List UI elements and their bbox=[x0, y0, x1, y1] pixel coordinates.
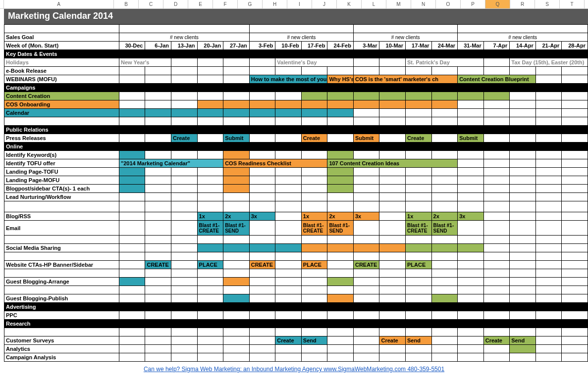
row-guest-publish[interactable]: Guest Blogging-Publish bbox=[4, 294, 588, 303]
row-email[interactable]: Email Blast #1-CREATE Blast #1-SEND Blas… bbox=[4, 221, 588, 236]
section-public-relations: Public Relations bbox=[4, 126, 588, 134]
row-campaign-analysis[interactable]: Campaign Analysis bbox=[4, 353, 588, 362]
col-header: A bbox=[4, 0, 114, 8]
row-guest-arrange[interactable]: Guest Blogging-Arrange bbox=[4, 278, 588, 286]
row-landing-mofu[interactable]: Landing Page-MOFU bbox=[4, 176, 588, 185]
section-advertising: Advertising bbox=[4, 303, 588, 311]
sales-goal-row: Sales Goal # new clients # new clients #… bbox=[4, 33, 588, 42]
section-campaigns: Campaigns bbox=[4, 84, 588, 92]
row-blogpost-cta[interactable]: Blogpost/sidebar CTA(s)- 1 each bbox=[4, 185, 588, 193]
week-header-row: Week of (Mon. Start) 30-Dec 6-Jan 13-Jan… bbox=[4, 42, 588, 50]
row-website-ctas[interactable]: Website CTAs-HP Banner/Sidebar CREATE PL… bbox=[4, 261, 588, 269]
row-blog-rss[interactable]: Blog/RSS 1x 2x 3x 1x 2x 3x 1x 2x 3x bbox=[4, 212, 588, 221]
row-press-releases[interactable]: Press Releases Create Submit Create Subm… bbox=[4, 134, 588, 143]
month-header-row: Month January February March April bbox=[4, 25, 588, 33]
footer-link[interactable]: Can we help? Sigma Web Marketing: an Inb… bbox=[0, 362, 588, 377]
section-online: Online bbox=[4, 143, 588, 151]
row-blank-6[interactable] bbox=[4, 286, 588, 294]
row-social-media[interactable]: Social Media Sharing bbox=[4, 244, 588, 252]
row-blank-1[interactable] bbox=[4, 117, 588, 126]
column-headers-row: A B C D E F G H I J K L M N O P Q R S T bbox=[0, 0, 588, 9]
row-calendar[interactable]: Calendar bbox=[4, 109, 588, 117]
row-blank-2[interactable] bbox=[4, 201, 588, 212]
row-identify-tofu[interactable]: Identify TOFU offer "2014 Marketing Cale… bbox=[4, 159, 588, 168]
section-research: Research bbox=[4, 320, 588, 328]
row-landing-tofu[interactable]: Landing Page-TOFU bbox=[4, 168, 588, 176]
row-webinars[interactable]: WEBINARS (MOFU) How to make the most of … bbox=[4, 75, 588, 84]
section-key-dates: Key Dates & Events bbox=[4, 50, 588, 58]
row-customer-surveys[interactable]: Customer Surveys Create Send Create Send… bbox=[4, 336, 588, 345]
row-cos-onboarding[interactable]: COS Onboarding bbox=[4, 100, 588, 109]
calendar-grid[interactable]: Month January February March April Sales… bbox=[4, 24, 588, 362]
row-blank-4[interactable] bbox=[4, 252, 588, 261]
row-blank-5[interactable] bbox=[4, 269, 588, 278]
row-blank-7[interactable] bbox=[4, 328, 588, 336]
row-identify-keywords[interactable]: Identify Keyword(s) bbox=[4, 151, 588, 159]
row-holidays[interactable]: Holidays New Year's Valentine's Day St. … bbox=[4, 58, 588, 67]
page-title: Marketing Calendar 2014 bbox=[0, 9, 588, 24]
row-analytics[interactable]: Analytics bbox=[4, 345, 588, 353]
row-blank-3[interactable] bbox=[4, 236, 588, 244]
row-content-creation[interactable]: Content Creation bbox=[4, 92, 588, 100]
row-ebook[interactable]: e-Book Release bbox=[4, 67, 588, 75]
row-lead-nurturing[interactable]: Lead Nurturing/Workflow bbox=[4, 193, 588, 201]
row-ppc[interactable]: PPC bbox=[4, 311, 588, 320]
